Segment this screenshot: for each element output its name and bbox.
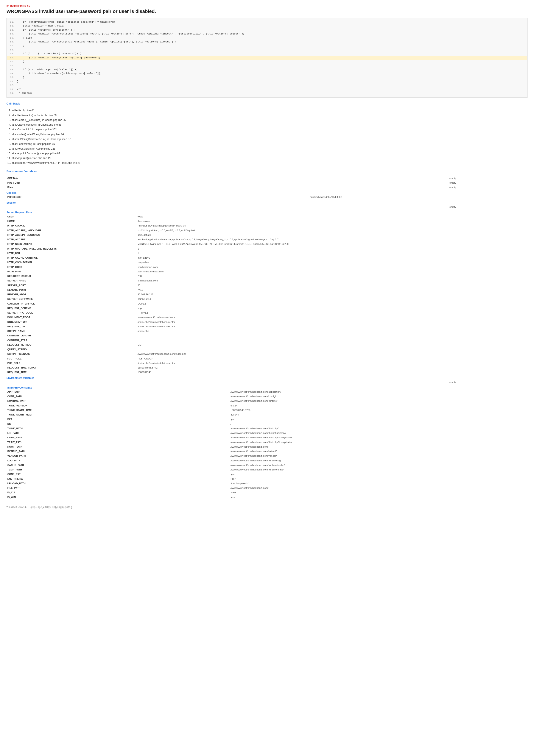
env-row: PHPSESSIDgug8jgdvpge5dn654tbd0f3l0s: [7, 195, 527, 199]
env-value: 1: [137, 251, 527, 256]
env-key: UPLOAD_PATH: [7, 481, 230, 486]
env-row: UPLOAD_PATH./public/uploads/: [7, 481, 527, 486]
env-row: IS_CLIfalse: [7, 490, 527, 495]
env-key: PHPSESSID: [7, 195, 309, 199]
env-table: empty: [7, 380, 527, 385]
env-row: THINK_VERSION5.0.24: [7, 403, 527, 408]
code-line: 64. $this->handler->select($this->option…: [7, 71, 527, 75]
env-table: APP_PATH/www/wwwroot/crm.haobanzi.com/ap…: [7, 390, 527, 500]
error-message: WRONGPASS invalid username-password pair…: [7, 9, 527, 14]
exception-prefix: [0]: [7, 4, 10, 7]
env-key: REQUEST_TIME_FLOAT: [7, 365, 137, 370]
line-number: 68.: [9, 88, 17, 92]
line-content: if ($this->options['persistent']) {: [17, 28, 75, 32]
code-line: 61. }: [7, 60, 527, 64]
env-row: PHP_SELF/index.php/admin/install/index.h…: [7, 361, 527, 365]
line-number: 64.: [9, 71, 17, 75]
env-row: REQUEST_SCHEMEhttp: [7, 306, 527, 310]
env-key: REQUEST_METHOD: [7, 343, 137, 347]
env-title: Environment Variables: [7, 170, 527, 174]
env-row: HTTP_HOSTcrm.haobanzi.com: [7, 265, 527, 269]
footer: ThinkPHP V5.0.24 { 十年磨一剑-为API开发设计的高性能框架 …: [7, 504, 527, 509]
env-key: GATEWAY_INTERFACE: [7, 302, 137, 306]
env-row: THINK_PATH/www/wwwroot/crm.haobanzi.com/…: [7, 426, 527, 431]
env-row: HTTP_CACHE_CONTROLmax-age=0: [7, 256, 527, 260]
env-key: [7, 205, 448, 209]
env-value: /www/wwwroot/crm.haobanzi.com/: [230, 445, 527, 449]
env-value: [137, 334, 527, 338]
env-row: SERVER_SOFTWAREnginx/1.22.1: [7, 297, 527, 301]
env-group-label: Environment Variables: [7, 376, 527, 380]
env-key: RUNTIME_PATH: [7, 399, 230, 403]
code-line: 63. if (0 != $this->options['select']) {: [7, 68, 527, 71]
env-row: EXTEND_PATH/www/wwwroot/crm.haobanzi.com…: [7, 449, 527, 454]
env-key: IS_WIN: [7, 495, 230, 500]
env-value: 5.0.24: [230, 403, 527, 408]
call-stack-item: at at Cache::connect() in Cache.php line…: [12, 123, 527, 127]
call-stack-item: at at require('/www/wwwroot/crm.hao...')…: [12, 161, 527, 165]
env-key: REQUEST_TIME: [7, 370, 137, 375]
env-key: THINK_PATH: [7, 426, 230, 431]
line-number: 54.: [9, 32, 17, 36]
env-value: [137, 338, 527, 343]
page-container: [0] Redis.php line 60 WRONGPASS invalid …: [7, 4, 527, 509]
env-row: LIB_PATH/www/wwwroot/crm.haobanzi.com/th…: [7, 431, 527, 435]
env-key: HTTP_CACHE_CONTROL: [7, 256, 137, 260]
env-group-label: Server/Request Data: [7, 211, 527, 214]
line-number: 53.: [9, 28, 17, 32]
line-content: $this->handler = new \Redis;: [17, 24, 64, 28]
exception-link[interactable]: Redis.php: [10, 4, 22, 7]
env-key: THINK_START_TIME: [7, 408, 230, 413]
code-line: 58.: [7, 48, 527, 52]
env-section: Environment Variables GET DataemptyPOST …: [7, 170, 527, 500]
env-row: EXT.php: [7, 417, 527, 421]
env-table: USERwwwHOME/home/wwwHTTP_COOKIEPHPSESSID…: [7, 214, 527, 375]
env-row: Filesempty: [7, 185, 527, 190]
env-key: HTTP_DNT: [7, 251, 137, 256]
env-value: www: [137, 214, 527, 219]
error-header: [0] Redis.php line 60 WRONGPASS invalid …: [7, 4, 527, 14]
env-row: empty: [7, 380, 527, 385]
env-row: SCRIPT_FILENAME/www/wwwroot/crm.haobanzi…: [7, 352, 527, 356]
line-content: $this->handler->select($this->options['s…: [17, 71, 102, 75]
env-row: RUNTIME_PATH/www/wwwroot/crm.haobanzi.co…: [7, 399, 527, 403]
line-content: }: [17, 80, 18, 83]
env-value: 1: [137, 247, 527, 251]
env-key: REMOTE_PORT: [7, 288, 137, 292]
env-key: HTTP_HOST: [7, 265, 137, 269]
env-value: /index.php/admin/install/index.html: [137, 361, 527, 365]
env-key: EXT: [7, 417, 230, 421]
env-value: CGI/1.1: [137, 302, 527, 306]
line-number: 60.: [9, 56, 17, 60]
env-key: PHP_SELF: [7, 361, 137, 365]
env-row: VENDOR_PATH/www/wwwroot/crm.haobanzi.com…: [7, 454, 527, 458]
env-row: HTTP_ACCEPTtext/html,application/xhtml+x…: [7, 237, 527, 242]
env-table: empty: [7, 205, 527, 209]
line-number: 52.: [9, 24, 17, 28]
env-key: LOG_PATH: [7, 458, 230, 463]
code-line: 66.}: [7, 80, 527, 83]
line-number: 69.: [9, 92, 17, 95]
env-key: APP_PATH: [7, 390, 230, 394]
env-key: GET Data: [7, 176, 448, 180]
env-value: .php: [230, 417, 527, 421]
code-line: 59. if ('' != $this->options['password']…: [7, 52, 527, 56]
call-stack-item: at at Hook::listen() in App.php line 223: [12, 147, 527, 151]
env-value: crm.haobanzi.com: [137, 265, 527, 269]
env-value: 408944: [230, 413, 527, 417]
env-row: TEMP_PATH/www/wwwroot/crm.haobanzi.com/r…: [7, 468, 527, 472]
env-value: PHPSESSID=gug8jgdvpge5dn654tbd0f3l0s: [137, 224, 527, 228]
env-key: DOCUMENT_ROOT: [7, 315, 137, 320]
env-value: /www/wwwroot/crm.haobanzi.com/thinkphp/l…: [230, 435, 527, 440]
call-stack-item: at at App::run() in start.php line 19: [12, 156, 527, 160]
code-line: 53. if ($this->options['persistent']) {: [7, 28, 527, 32]
env-key: HTTP_ACCEPT_LANGUAGE: [7, 228, 137, 233]
env-value: 1682087948: [137, 370, 527, 375]
line-content: if ('' != $this->options['password']) {: [17, 52, 81, 56]
env-value: /www/wwwroot/crm.haobanzi.com/runtime/te…: [230, 468, 527, 472]
env-value: Mozilla/5.0 (Windows NT 10.0; Win64; x64…: [137, 242, 527, 246]
env-value: /www/wwwroot/crm.haobanzi.com/extend/: [230, 449, 527, 454]
env-key: SCRIPT_FILENAME: [7, 352, 137, 356]
env-value: nginx/1.22.1: [137, 297, 527, 301]
env-key: USER: [7, 214, 137, 219]
